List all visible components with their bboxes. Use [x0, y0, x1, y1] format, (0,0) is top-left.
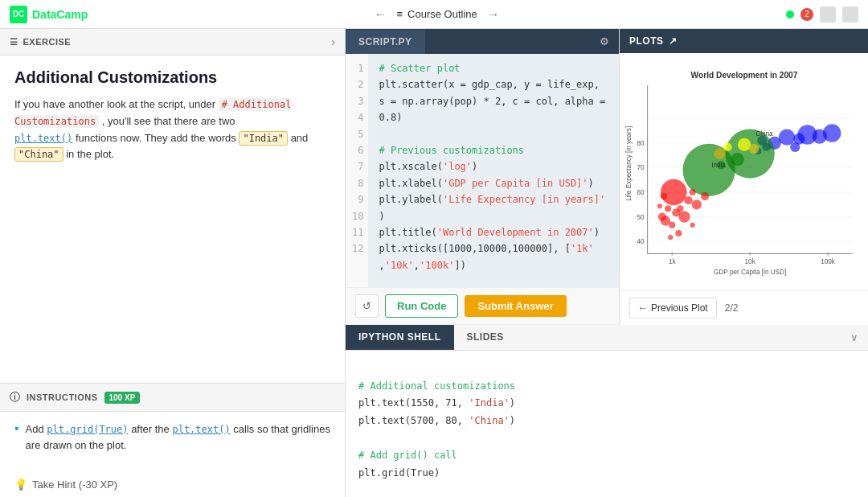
script-tab[interactable]: SCRIPT.PY [346, 30, 425, 54]
chart-title: World Development in 2007 [691, 71, 798, 80]
code-line-12: plt.xticks([1000,10000,100000], ['1k' [379, 240, 609, 257]
desc-text3: functions now. They add the words [76, 132, 240, 144]
svg-point-35 [665, 205, 671, 212]
ipython-tab[interactable]: IPYTHON SHELL [346, 325, 454, 350]
svg-point-40 [677, 205, 683, 212]
svg-text:GDP per Capita [in USD]: GDP per Capita [in USD] [714, 269, 786, 276]
hint-label: Take Hint (-30 XP) [32, 479, 117, 491]
editor-row: SCRIPT.PY ⚙ 123456789101112 # Scatter pl… [346, 29, 868, 325]
svg-point-48 [690, 189, 696, 195]
code-line-8: plt.xlabel('GDP per Capita [in USD]') [379, 175, 609, 191]
shell-tabs: IPYTHON SHELL SLIDES ∨ [346, 325, 868, 351]
nav-left: DC DataCamp [10, 6, 88, 23]
slides-tab[interactable]: SLIDES [454, 325, 517, 350]
svg-point-47 [701, 192, 709, 200]
tab-spacer [517, 325, 841, 350]
shell-content[interactable]: # Additional customizations plt.text(155… [346, 351, 868, 497]
shell-line-7: plt.grid(True) [358, 465, 855, 483]
exercise-title-label: EXERCISE [23, 37, 72, 47]
submit-answer-button[interactable]: Submit Answer [465, 295, 566, 317]
svg-text:40: 40 [637, 238, 645, 245]
svg-text:1k: 1k [669, 258, 677, 265]
plot-panel: PLOTS ↗ World Development in 2007 [619, 29, 868, 325]
instruction-link-plttext2[interactable]: plt.text() [172, 424, 230, 435]
code-line-2: plt.scatter(x = gdp_cap, y = life_exp, [379, 76, 609, 92]
instruction-item: • Add plt.grid(True) after the plt.text(… [14, 421, 330, 453]
user-icon[interactable] [820, 6, 836, 23]
reset-button[interactable]: ↺ [355, 294, 379, 318]
shell-line-8 [358, 482, 855, 497]
svg-point-42 [668, 235, 673, 240]
nav-center: ← ≡ Course Outline → [374, 7, 499, 22]
plot-tab: PLOTS ↗ [629, 35, 858, 47]
exercise-content: Additional Customizations If you have an… [0, 55, 345, 383]
plot-header: PLOTS ↗ [620, 29, 868, 53]
course-outline[interactable]: ≡ Course Outline [396, 8, 477, 20]
svg-text:50: 50 [637, 214, 645, 221]
code-line-1: # Scatter plot [379, 60, 609, 76]
svg-point-26 [823, 124, 841, 142]
notification-badge[interactable]: 2 [800, 8, 813, 21]
plot-area: World Development in 2007 Life Expectanc… [620, 53, 868, 290]
logo-text: DataCamp [32, 8, 88, 21]
exercise-panel-header: ☰ EXERCISE › [0, 29, 345, 55]
y-axis-label: Life Expectancy [in years] [625, 126, 633, 201]
plot-footer: ← Previous Plot 2/2 [620, 290, 868, 325]
svg-text:100k: 100k [821, 258, 836, 265]
hint-icon: 💡 [14, 479, 27, 491]
hint-button[interactable]: 💡 Take Hint (-30 XP) [0, 472, 345, 497]
status-indicator [786, 10, 794, 18]
collapse-left-button[interactable]: › [331, 35, 335, 48]
string-india: "India" [239, 131, 288, 146]
shell-line-6: # Add grid() call [358, 447, 855, 465]
svg-point-51 [657, 203, 662, 208]
svg-point-54 [738, 138, 751, 151]
svg-point-46 [692, 199, 702, 209]
left-panel: ☰ EXERCISE › Additional Customizations I… [0, 29, 346, 497]
action-bar: ↺ Run Code Submit Answer [346, 287, 619, 325]
code-ref-plttext[interactable]: plt.text() [14, 133, 72, 144]
settings-icon[interactable] [842, 6, 858, 23]
shell-panel: IPYTHON SHELL SLIDES ∨ # Additional cust… [346, 325, 868, 497]
outline-label: Course Outline [407, 8, 477, 20]
prev-icon: ← [638, 302, 648, 314]
info-icon: ⓘ [10, 390, 20, 405]
svg-text:10k: 10k [745, 258, 756, 265]
nav-right: 2 [786, 6, 858, 23]
outline-icon: ≡ [396, 8, 403, 20]
shell-line-3: plt.text(1550, 71, 'India') [358, 395, 855, 413]
shell-row: IPYTHON SHELL SLIDES ∨ # Additional cust… [346, 325, 868, 497]
svg-point-49 [661, 179, 687, 206]
code-line-13: ,'10k','100k']) [379, 257, 609, 273]
gear-icon[interactable]: ⚙ [590, 29, 619, 54]
desc-and: and [291, 132, 309, 144]
svg-point-50 [690, 223, 695, 228]
svg-text:80: 80 [637, 140, 645, 147]
svg-point-41 [678, 211, 690, 222]
code-line-10: ) [379, 208, 609, 224]
main-layout: ☰ EXERCISE › Additional Customizations I… [0, 29, 868, 497]
prev-label: Previous Plot [651, 302, 708, 314]
script-editor: SCRIPT.PY ⚙ 123456789101112 # Scatter pl… [346, 29, 619, 325]
instructions-content: • Add plt.grid(True) after the plt.text(… [0, 412, 345, 472]
code-area[interactable]: # Scatter plot plt.scatter(x = gdp_cap, … [369, 54, 619, 287]
shell-collapse-button[interactable]: ∨ [841, 325, 868, 350]
forward-arrow[interactable]: → [487, 7, 500, 22]
instruction-link-grid[interactable]: plt.grid(True) [47, 424, 128, 435]
bullet-dot: • [14, 422, 19, 435]
back-arrow[interactable]: ← [374, 7, 387, 22]
exercise-heading: Additional Customizations [14, 68, 330, 87]
instruction-text: Add plt.grid(True) after the plt.text() … [26, 421, 330, 453]
run-code-button[interactable]: Run Code [385, 294, 458, 318]
previous-plot-button[interactable]: ← Previous Plot [629, 298, 717, 318]
shell-line-1 [358, 360, 855, 378]
desc-text4: in the plot. [66, 148, 114, 160]
plot-counter: 2/2 [725, 302, 739, 314]
svg-text:70: 70 [637, 164, 645, 171]
plot-expand-icon[interactable]: ↗ [669, 35, 678, 47]
svg-point-53 [724, 143, 732, 151]
svg-point-55 [749, 144, 759, 154]
dc-icon: DC [10, 6, 27, 23]
code-line-3: s = np.array(pop) * 2, c = col, alpha = [379, 93, 609, 109]
right-side: SCRIPT.PY ⚙ 123456789101112 # Scatter pl… [346, 29, 868, 497]
